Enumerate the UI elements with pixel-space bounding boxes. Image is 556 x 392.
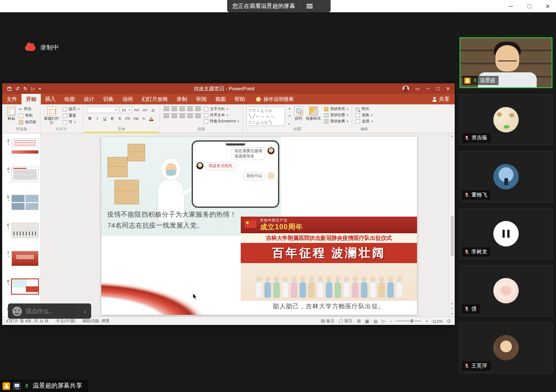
normal-view-button[interactable]: ⊞ — [357, 319, 360, 324]
slide-sorter-view-button[interactable]: ▦ — [365, 319, 369, 324]
participant-tile-lishulong[interactable]: 李树龙 — [460, 208, 552, 259]
ribbon-options-icon[interactable]: ▭ — [416, 86, 420, 91]
section-button[interactable]: 节▾ — [63, 120, 80, 125]
tab-transitions[interactable]: 切换 — [99, 94, 118, 104]
clear-format-button[interactable]: A̲ — [150, 107, 156, 113]
fit-to-window-button[interactable]: ⊡ — [447, 319, 451, 324]
find-button[interactable]: 查找 — [356, 107, 373, 112]
undo-icon[interactable]: ↺ — [15, 86, 19, 92]
tab-record[interactable]: 录制 — [172, 94, 192, 104]
slideshow-view-button[interactable]: ▷ — [382, 319, 385, 324]
account-avatar[interactable] — [403, 86, 409, 92]
redo-icon[interactable]: ↻ — [23, 86, 27, 92]
share-button[interactable]: 共享 — [432, 96, 449, 103]
select-button[interactable]: 选择▾ — [356, 119, 373, 124]
replace-button[interactable]: 替换▾ — [356, 113, 373, 118]
scroll-down-arrow[interactable]: ▾ — [451, 312, 453, 316]
participant-tile-wangyingping[interactable]: 王英萍 — [460, 322, 552, 373]
justify-icon[interactable] — [187, 114, 193, 118]
underline-button[interactable]: U — [102, 115, 108, 121]
accessibility-status[interactable]: 辅助功能: 调查 — [82, 318, 110, 324]
tab-slideshow[interactable]: 幻灯片放映 — [137, 94, 172, 104]
zoom-out-button[interactable]: − — [390, 319, 392, 324]
zoom-in-button[interactable]: + — [425, 319, 428, 324]
minimize-button[interactable]: ─ — [508, 3, 514, 9]
arrange-button[interactable]: 排列 — [294, 107, 303, 121]
font-size-combo[interactable]: 18▾ — [120, 107, 132, 113]
smartart-button[interactable]: 转换为SmartArt▾ — [204, 119, 239, 124]
tab-insert[interactable]: 插入 — [41, 94, 60, 104]
participant-tile-donghanfei[interactable]: 董翰飞 — [460, 151, 552, 202]
text-shadow-button[interactable]: S — [117, 115, 123, 121]
ppt-minimize-icon[interactable]: ─ — [426, 86, 430, 92]
reading-view-button[interactable]: ▤ — [374, 319, 378, 324]
strikethrough-button[interactable]: S — [109, 115, 115, 121]
screen-menu-icon[interactable] — [307, 4, 313, 8]
highlight-color-button[interactable]: A — [141, 115, 147, 121]
slide-thumb-6[interactable]: 6* — [4, 223, 40, 239]
previous-slide-button[interactable]: ▴ — [451, 302, 453, 305]
bold-button[interactable]: B — [87, 115, 93, 121]
tab-file[interactable]: 文件 — [2, 94, 21, 104]
ppt-maximize-icon[interactable]: □ — [437, 86, 440, 92]
shape-effects-button[interactable]: 形状效果▾ — [324, 119, 349, 124]
participant-tile-wenjingchao[interactable]: 温景超 — [460, 37, 552, 88]
new-slide-button[interactable]: 新建幻灯片 — [44, 107, 60, 125]
chat-placeholder[interactable]: 说点什么... — [26, 307, 53, 315]
italic-button[interactable]: I — [94, 115, 100, 121]
tab-help[interactable]: 帮助 — [230, 94, 249, 104]
cut-button[interactable]: ✂剪切 — [19, 107, 36, 112]
save-icon[interactable] — [7, 87, 11, 91]
columns-icon[interactable] — [195, 114, 201, 118]
tab-design[interactable]: 设计 — [79, 94, 99, 104]
qat-customize-icon[interactable]: ▾ — [39, 87, 41, 91]
font-name-combo[interactable]: ▾ — [87, 107, 118, 113]
tab-home[interactable]: 开始 — [21, 94, 41, 104]
zoom-level[interactable]: 112% — [432, 319, 443, 324]
decrease-indent-icon[interactable] — [179, 107, 185, 111]
align-text-button[interactable]: 对齐文本▾ — [204, 113, 239, 118]
line-spacing-icon[interactable] — [195, 107, 201, 111]
tab-draw[interactable]: 绘图 — [60, 94, 79, 104]
change-case-button[interactable]: Aa — [132, 115, 139, 121]
chat-collapse-button[interactable]: ‹ — [79, 304, 91, 318]
slideshow-icon[interactable]: ▷ — [31, 86, 35, 92]
numbering-icon[interactable] — [171, 107, 177, 111]
slide-thumb-3[interactable]: 3* — [4, 139, 40, 154]
zoom-slider[interactable] — [396, 321, 421, 321]
current-slide[interactable]: 现在需要志愿者谁愿意报名 我是党员我先 我也可以 — [101, 137, 417, 315]
next-slide-button[interactable]: ▾ — [451, 307, 453, 310]
align-right-icon[interactable] — [179, 114, 185, 118]
close-button[interactable]: × — [545, 3, 551, 10]
paste-button[interactable]: 粘贴 — [7, 107, 16, 121]
format-painter-button[interactable]: 格式刷 — [19, 120, 36, 125]
slide-thumb-5[interactable]: 5* — [4, 195, 40, 210]
scrollbar-thumb[interactable] — [451, 216, 454, 256]
participant-tile-zhajiwei[interactable]: 查吉薇 — [460, 94, 552, 145]
quick-styles-button[interactable]: 快速样式 — [306, 107, 321, 121]
layout-button[interactable]: 版式▾ — [63, 107, 80, 112]
align-left-icon[interactable] — [164, 114, 169, 118]
recording-indicator[interactable]: 录制中 — [25, 44, 59, 52]
increase-indent-icon[interactable] — [187, 107, 193, 111]
char-spacing-button[interactable]: AV — [124, 115, 131, 121]
tab-animations[interactable]: 动画 — [118, 94, 137, 104]
ppt-close-icon[interactable]: × — [446, 85, 450, 92]
comments-toggle[interactable]: ▢ 批注 — [339, 318, 353, 324]
scroll-up-arrow[interactable]: ▴ — [449, 134, 455, 138]
vertical-scrollbar[interactable]: ▴ ▴ ▾ ▾ — [449, 133, 455, 317]
tab-view[interactable]: 视图 — [211, 94, 230, 104]
notes-toggle[interactable]: ▤ 备注 — [321, 318, 335, 324]
shape-gallery[interactable]: □ ▽ ○ △ ◇ ▷ ╲ ╱ ─ → ↔ ∟ □ ○ △ ◇ ▷ ╲ — [246, 107, 285, 126]
language-status[interactable]: 中文(中国) — [56, 318, 75, 324]
align-center-icon[interactable] — [171, 114, 177, 118]
participant-tile-qian[interactable]: 倩 — [460, 265, 552, 316]
tell-me-search[interactable]: 操作说明搜索 — [256, 96, 294, 103]
emoji-icon[interactable] — [12, 306, 22, 316]
shrink-font-button[interactable]: A˅ — [142, 107, 149, 113]
text-direction-button[interactable]: 文字方向▾ — [204, 107, 239, 112]
copy-button[interactable]: 复制 — [19, 113, 36, 118]
grow-font-button[interactable]: A˄ — [133, 107, 140, 113]
shape-gallery-scroll[interactable]: ▲▼▾ — [288, 107, 291, 126]
reset-button[interactable]: 重置 — [63, 113, 80, 118]
